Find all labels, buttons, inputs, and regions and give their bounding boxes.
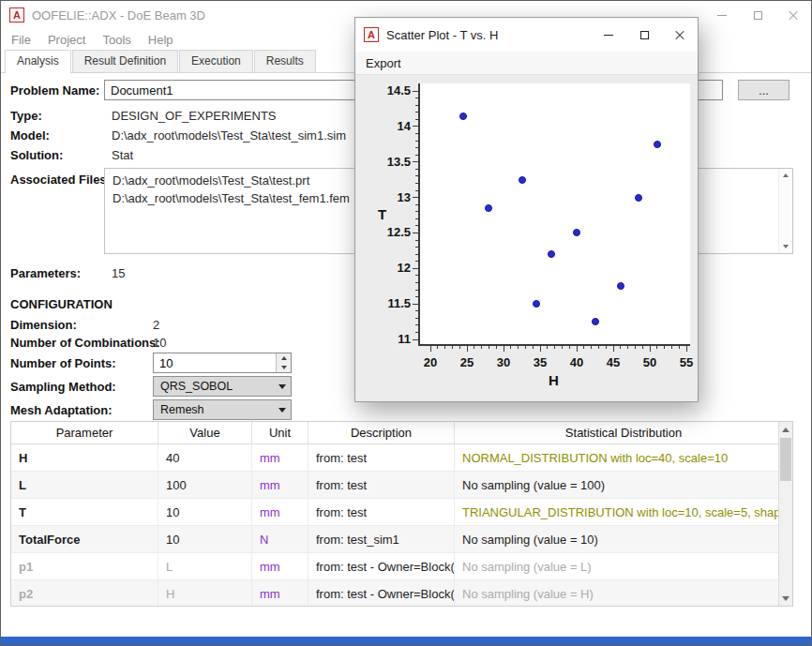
model-value: D:\adx_root\models\Test_Sta\test_sim1.si… [112,128,346,143]
scroll-down-button[interactable] [779,240,792,253]
scroll-up-button[interactable] [779,422,792,437]
dialog-title: Scatter Plot - T vs. H [386,28,498,42]
table-header-cell[interactable]: Statistical Distribution [455,422,792,443]
number-of-points-field [153,353,292,373]
table-row[interactable]: T10mmfrom: testTRIANGULAR_DISTRIBUTION w… [11,499,792,526]
x-minor-tick [554,346,555,349]
x-tick [686,346,687,352]
x-minor-tick [671,346,672,349]
x-tick [467,346,468,352]
param-description-cell: from: test [308,499,455,525]
param-distribution-cell: No sampling (value = 10) [455,526,792,552]
tab-results[interactable]: Results [254,50,316,72]
parameters-label: Parameters: [10,266,81,280]
x-minor-tick [569,346,570,349]
y-minor-tick [415,169,418,170]
param-unit-cell: mm [252,580,308,607]
x-minor-tick [627,346,628,349]
y-tick-label: 14.5 [371,83,411,98]
table-header-cell[interactable]: Value [158,422,252,443]
param-name-cell: p1 [11,553,158,579]
dialog-close-button[interactable] [662,18,698,52]
param-description-cell: from: test - Owner=Block(1) [308,553,455,579]
x-tick [504,346,504,352]
table-header-cell[interactable]: Unit [252,422,308,443]
sampling-method-select[interactable]: QRS_SOBOL [153,376,292,397]
combinations-label: Number of Combinations: [10,336,160,350]
table-row[interactable]: H40mmfrom: testNORMAL_DISTRIBUTION with … [11,444,792,472]
y-minor-tick [415,98,418,98]
data-point [654,141,661,148]
menu-project[interactable]: Project [39,31,94,49]
data-point [459,113,467,120]
data-point [617,282,624,290]
close-button[interactable] [775,1,811,29]
y-tick [413,304,418,305]
scrollbar-thumb[interactable] [780,438,791,481]
mesh-adaptation-select[interactable]: Remesh [153,399,292,420]
x-tick [613,346,614,352]
arrow-down-icon [783,245,789,248]
y-tick-label: 12.5 [371,225,411,239]
number-of-points-input[interactable] [154,353,276,372]
dialog-maximize-button[interactable] [626,18,662,52]
browse-button[interactable]: ... [738,80,789,100]
window-controls [704,1,811,29]
scroll-up-button[interactable] [779,169,792,182]
menu-file[interactable]: File [3,31,39,49]
files-scrollbar[interactable] [778,169,792,253]
y-tick [413,161,418,162]
x-minor-tick [518,346,519,349]
param-table-rows: H40mmfrom: testNORMAL_DISTRIBUTION with … [11,444,792,607]
maximize-button[interactable] [740,1,775,29]
x-tick [540,346,541,352]
minimize-button[interactable] [704,1,740,29]
param-distribution-cell: No sampling (value = 100) [455,472,792,498]
menu-export[interactable]: Export [357,54,410,72]
scroll-down-button[interactable] [779,591,792,606]
x-minor-tick [496,346,497,349]
y-minor-tick [415,175,418,176]
table-header-cell[interactable]: Description [308,422,455,443]
x-minor-tick [444,346,445,349]
y-minor-tick [415,147,418,148]
x-minor-tick [481,346,482,349]
tab-result-definition[interactable]: Result Definition [72,50,178,72]
dialog-minimize-button[interactable] [591,18,626,52]
x-tick-label: 50 [636,355,664,369]
x-minor-tick [598,346,599,349]
x-axis-label: H [549,372,559,388]
x-minor-tick [606,346,607,349]
stepper-down-button[interactable] [277,363,291,372]
y-minor-tick [415,183,418,184]
y-minor-tick [415,141,418,142]
table-row[interactable]: TotalForce10Nfrom: test_sim1No sampling … [11,526,792,553]
tab-analysis[interactable]: Analysis [5,50,71,73]
x-minor-tick [679,346,680,349]
param-name-cell: p2 [11,580,158,607]
parameter-table: ParameterValueUnitDescriptionStatistical… [10,421,793,607]
param-description-cell: from: test [308,472,455,498]
dropdown-arrow-icon [278,384,286,389]
y-tick [413,233,418,233]
x-tick [650,346,651,352]
table-row[interactable]: p1Lmmfrom: test - Owner=Block(1)No sampl… [11,553,792,580]
type-value: DESIGN_OF_EXPERIMENTS [112,109,277,123]
menu-tools[interactable]: Tools [94,31,139,49]
y-axis-label: T [378,206,386,222]
y-minor-tick [415,290,418,291]
y-minor-tick [415,261,418,262]
table-row[interactable]: p2Hmmfrom: test - Owner=Block(1)No sampl… [11,580,792,607]
param-name-cell: TotalForce [11,526,158,552]
y-tick [413,197,418,198]
table-scrollbar[interactable] [778,422,792,606]
tab-execution[interactable]: Execution [179,50,253,72]
stepper-up-button[interactable] [277,353,291,363]
number-of-points-stepper[interactable] [276,353,291,372]
table-row[interactable]: L100mmfrom: testNo sampling (value = 100… [11,472,792,499]
data-point [519,176,526,184]
table-header-cell[interactable]: Parameter [11,422,158,443]
menu-help[interactable]: Help [140,31,182,49]
param-name-cell: L [11,472,158,498]
y-tick-label: 13.5 [371,155,411,169]
